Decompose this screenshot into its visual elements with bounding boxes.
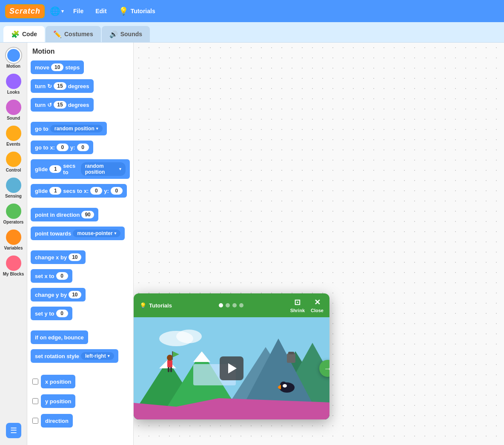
tab-costumes-label: Costumes [64,31,93,37]
block-row-turn-ccw: turn ↺ 15 degrees [31,98,130,114]
operators-label: Operators [3,220,24,224]
spacer5 [31,368,130,373]
block-glide-xy-input[interactable]: 1 [49,187,61,195]
block-goto-xy[interactable]: go to x: 0 y: 0 [31,141,93,154]
block-set-y-input[interactable]: 0 [56,310,68,317]
block-rotation-dropdown[interactable]: left-right [81,352,114,360]
block-glide-xy-x[interactable]: 0 [90,187,102,195]
sidebar-item-variables[interactable]: Variables [0,228,27,252]
sidebar-menu-button[interactable]: ☰ [6,423,21,438]
block-row-set-y: set y to 0 [31,307,130,323]
block-y-pos-text: y position [45,398,71,405]
tutorials-button[interactable]: 💡 Tutorials [115,4,160,18]
tab-code[interactable]: 🧩 Code [3,26,45,42]
block-row-rotation: set rotation style left-right [31,349,130,365]
sidebar-item-looks[interactable]: Looks [0,72,27,96]
sidebar: Motion Looks Sound Events Control Sensin… [0,43,27,445]
sidebar-item-myblocks[interactable]: My Blocks [0,254,27,278]
shrink-button[interactable]: ⊡ Shrink [290,298,305,313]
block-change-x-input[interactable]: 10 [69,253,81,261]
block-change-y[interactable]: change y by 10 [31,288,86,301]
sidebar-item-control[interactable]: Control [0,150,27,174]
block-point-dir[interactable]: point in direction 90 [31,208,98,221]
block-row-change-x: change x by 10 [31,250,130,267]
block-point-dir-input[interactable]: 90 [81,211,94,218]
tutorials-label: Tutorials [131,8,155,14]
dot-1[interactable] [219,303,223,307]
tutorial-image: → [134,317,329,419]
block-change-y-input[interactable]: 10 [69,291,81,299]
block-direction[interactable]: direction [41,414,73,428]
sidebar-item-sensing[interactable]: Sensing [0,176,27,200]
block-point-towards[interactable]: point towards mouse-pointer [31,227,125,240]
block-row-turn-cw: turn ↻ 15 degrees [31,79,130,95]
sidebar-item-motion[interactable]: Motion [0,46,27,70]
block-glide-text: glide [35,166,48,172]
checkbox-x-position: x position [31,373,130,390]
sidebar-item-sound[interactable]: Sound [0,98,27,122]
block-set-x[interactable]: set x to 0 [31,269,72,283]
block-set-x-input[interactable]: 0 [56,272,68,280]
file-menu-button[interactable]: File [69,5,88,17]
tab-sounds[interactable]: 🔊 Sounds [102,26,150,42]
block-glide-pos[interactable]: glide 1 secs to random position [31,159,130,179]
block-goto-y-input[interactable]: 0 [77,144,89,151]
direction-checkbox[interactable] [32,418,38,424]
block-row-glide-xy: glide 1 secs to x: 0 y: 0 [31,184,130,200]
block-glide-xy-y-label: y: [104,188,109,194]
spacer4 [31,325,130,330]
dot-2[interactable] [226,303,230,307]
myblocks-label: My Blocks [3,272,24,276]
shrink-label: Shrink [290,308,305,313]
block-glide-xy-mid: secs to x: [63,188,89,194]
scratch-logo[interactable]: Scratch [5,4,45,18]
block-row-move: move 10 steps [31,60,130,77]
block-if-edge[interactable]: if on edge, bounce [31,330,88,344]
main-area: Motion Looks Sound Events Control Sensin… [0,43,504,445]
block-turn-ccw[interactable]: turn ↺ 15 degrees [31,98,94,112]
block-change-x[interactable]: change x by 10 [31,250,86,264]
sound-circle [6,100,21,115]
block-x-position[interactable]: x position [41,375,75,388]
block-turn-ccw-input[interactable]: 15 [54,101,66,109]
block-glide-input[interactable]: 1 [49,165,61,173]
y-position-checkbox[interactable] [32,398,38,404]
close-tutorial-button[interactable]: ✕ Close [311,298,324,313]
edit-menu-button[interactable]: Edit [91,5,111,17]
block-row-if-edge: if on edge, bounce [31,330,130,347]
block-glide-dropdown[interactable]: random position [81,162,126,176]
block-turn-cw[interactable]: turn ↻ 15 degrees [31,79,94,93]
block-point-towards-dropdown[interactable]: mouse-pointer [73,230,120,237]
block-move[interactable]: move 10 steps [31,60,84,74]
block-rotation[interactable]: set rotation style left-right [31,349,118,363]
svg-point-2 [176,330,202,343]
dot-3[interactable] [232,303,237,307]
script-area[interactable]: 💡 Tutorials ⊡ Shrink ✕ Close [134,43,504,445]
sidebar-item-operators[interactable]: Operators [0,202,27,226]
block-turn-cw-input[interactable]: 15 [54,82,66,90]
play-button-overlay[interactable] [220,356,243,380]
svg-rect-21 [287,353,295,363]
tutorials-header-label: Tutorials [149,302,172,309]
block-glide-xy[interactable]: glide 1 secs to x: 0 y: 0 [31,184,127,198]
myblocks-circle [6,256,21,271]
block-set-y[interactable]: set y to 0 [31,307,72,320]
block-turn-cw-suffix: degrees [68,83,89,89]
block-goto[interactable]: go to random position [31,122,107,135]
block-goto-dropdown[interactable]: random position [50,125,103,132]
svg-rect-12 [167,360,172,367]
block-x-pos-text: x position [45,379,71,385]
navbar: Scratch 🌐 ▾ File Edit 💡 Tutorials [0,0,504,22]
block-goto-x-input[interactable]: 0 [57,144,69,151]
spacer1 [31,117,130,122]
dot-4[interactable] [239,303,243,307]
sidebar-item-events[interactable]: Events [0,124,27,148]
block-move-input[interactable]: 10 [51,63,63,71]
block-y-position[interactable]: y position [41,394,75,408]
sounds-tab-icon: 🔊 [109,30,118,38]
block-glide-xy-y[interactable]: 0 [111,187,123,195]
globe-button[interactable]: 🌐 ▾ [48,4,66,18]
tab-costumes[interactable]: ✏️ Costumes [46,26,101,42]
sensing-label: Sensing [5,194,22,198]
x-position-checkbox[interactable] [32,379,38,385]
